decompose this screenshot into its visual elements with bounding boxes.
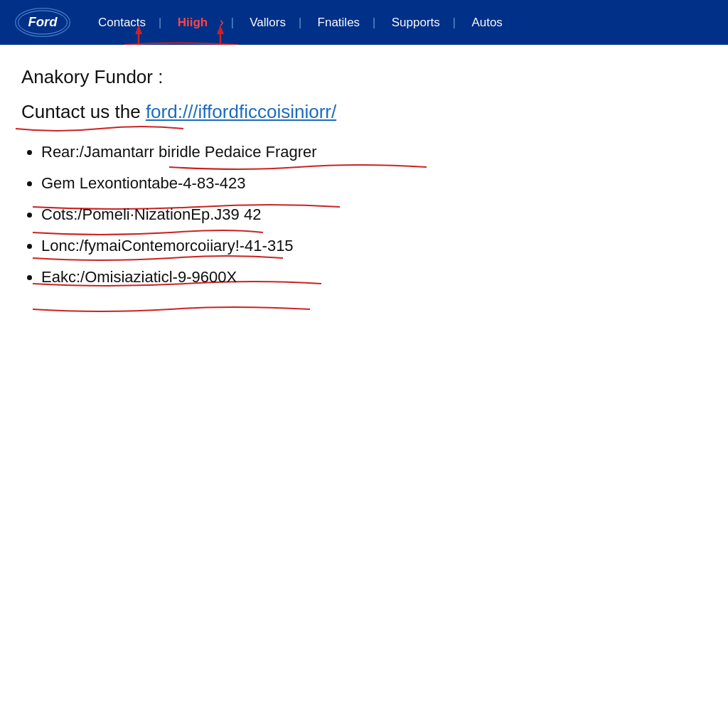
contact-prefix: Cuntact us the: [21, 101, 146, 122]
nav-links: Contacts Hiigh Vallors Fnatiles Supports…: [92, 15, 508, 30]
nav-item-supports[interactable]: Supports: [365, 16, 446, 30]
ford-logo: Ford: [14, 6, 71, 38]
nav-item-fnatiles[interactable]: Fnatiles: [291, 16, 365, 30]
nav-item-autos[interactable]: Autos: [446, 16, 508, 30]
contact-link[interactable]: ford:///iffordficcoisiniorr/: [146, 101, 336, 122]
nav-item-hiigh[interactable]: Hiigh: [151, 15, 224, 30]
nav-item-vallors[interactable]: Vallors: [224, 16, 291, 30]
list-item: Lonc:/fymaiContemorcoiiary!-41-315: [41, 237, 707, 255]
svg-text:Ford: Ford: [28, 14, 58, 29]
list-item: Rear:/Jamantarr biridle Pedaice Fragrer: [41, 143, 707, 161]
list-item: Gem Lexontiontabe-4-83-423: [41, 174, 707, 193]
nav-link-vallors[interactable]: Vallors: [244, 16, 291, 29]
info-list: Rear:/Jamantarr biridle Pedaice Fragrer …: [21, 143, 707, 287]
nav-link-autos[interactable]: Autos: [466, 16, 508, 29]
page-heading: Anakory Fundor :: [21, 66, 707, 88]
list-item: Cots:/Pomeli·NizationEp.J39 42: [41, 205, 707, 224]
list-item: Eakc:/Omisiaziaticl-9-9600X: [41, 268, 707, 287]
nav-link-contacts[interactable]: Contacts: [92, 16, 151, 29]
navbar: Ford Contacts Hiigh Vallors Fnatiles Sup…: [0, 0, 728, 45]
nav-item-contacts[interactable]: Contacts: [92, 16, 151, 30]
nav-link-hiigh[interactable]: Hiigh: [172, 16, 214, 29]
contact-line: Cuntact us the ford:///iffordficcoisinio…: [21, 101, 707, 123]
nav-link-supports[interactable]: Supports: [386, 16, 446, 29]
nav-link-fnatiles[interactable]: Fnatiles: [312, 16, 366, 29]
main-content: Anakory Fundor : Cuntact us the ford:///…: [0, 45, 728, 728]
